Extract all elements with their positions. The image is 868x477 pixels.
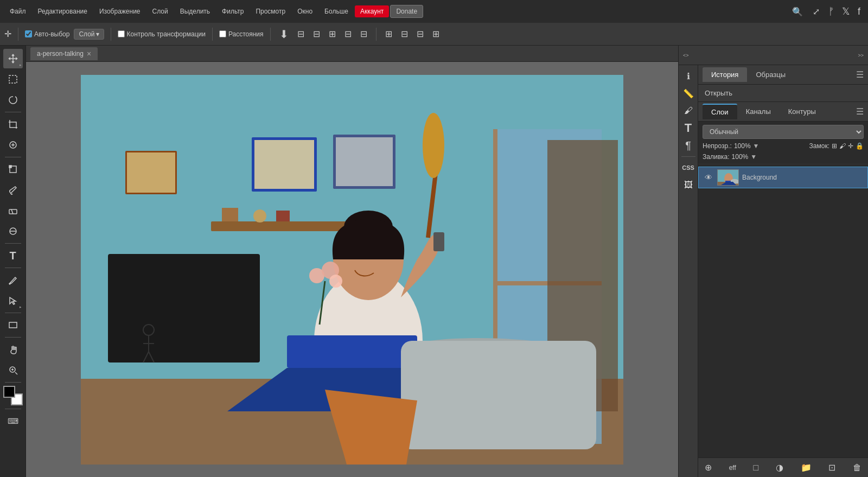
layer-fx-btn[interactable]: eff — [727, 463, 738, 473]
crop-tool[interactable] — [3, 115, 23, 134]
fill-value[interactable]: 100% — [732, 153, 749, 161]
menu-donate[interactable]: Donate — [390, 5, 423, 18]
selection-tool[interactable] — [3, 69, 23, 89]
align-icon-5[interactable]: ⊟ — [342, 28, 354, 40]
blend-mode-select[interactable]: Обычный — [703, 125, 864, 139]
distance-checkbox[interactable] — [219, 30, 226, 37]
main-area: ▸ — [0, 46, 868, 477]
gradient-tool[interactable] — [3, 221, 23, 241]
transform-tool[interactable] — [3, 160, 23, 179]
rectangle-tool[interactable] — [3, 315, 23, 335]
panel-options-btn[interactable]: ☰ — [856, 69, 864, 80]
menu-window[interactable]: Окно — [292, 5, 318, 17]
paragraph-icon[interactable]: ¶ — [681, 138, 696, 153]
menu-view[interactable]: Просмотр — [250, 5, 291, 17]
info-icon[interactable]: ℹ — [681, 68, 696, 84]
distribute-icon-2[interactable]: ⊟ — [399, 28, 410, 40]
fullscreen-icon[interactable]: ⤢ — [808, 4, 824, 19]
css-icon[interactable]: CSS — [681, 160, 696, 175]
ruler-icon[interactable]: 📏 — [681, 86, 696, 101]
align-icon-3[interactable]: ⊟ — [311, 28, 322, 40]
distance-label[interactable]: Расстояния — [219, 30, 264, 38]
menu-filter[interactable]: Фильтр — [216, 5, 249, 17]
new-layer-btn[interactable]: ⊡ — [826, 461, 838, 474]
tool-sep-5 — [5, 313, 21, 313]
tab-bar: a-person-talking × — [26, 46, 678, 62]
layers-tab[interactable]: Слои — [703, 104, 737, 119]
image-icon[interactable]: 🖼 — [681, 177, 696, 193]
hand-tool[interactable] — [3, 340, 23, 359]
brush-settings-icon[interactable]: 🖌 — [681, 103, 696, 118]
text-tool[interactable]: T — [3, 246, 23, 265]
link-layers-btn[interactable]: ⊕ — [703, 461, 714, 474]
canvas-content[interactable] — [26, 62, 678, 477]
menu-layer[interactable]: Слой — [147, 5, 174, 17]
layers-bottom: ⊕ eff □ ◑ 📁 ⊡ 🗑 — [698, 457, 868, 477]
auto-select-checkbox-label[interactable]: Авто-выбор — [25, 30, 69, 38]
tool-sep-8 — [5, 409, 21, 409]
distribute-icon-4[interactable]: ⊞ — [430, 28, 442, 40]
brush-tool[interactable] — [3, 180, 23, 200]
foreground-color-swatch[interactable] — [3, 386, 15, 398]
distribute-icon-3[interactable]: ⊟ — [414, 28, 426, 40]
direct-selection-tool[interactable]: ▸ — [3, 291, 23, 310]
transform-control-label[interactable]: Контроль трансформации — [118, 30, 206, 38]
keyboard-icon[interactable]: ⌨ — [3, 411, 23, 431]
collapse-right-btn[interactable]: >> — [858, 53, 864, 58]
menu-edit[interactable]: Редактирование — [33, 5, 93, 17]
toolbar-sep-1 — [18, 28, 18, 41]
layer-background[interactable]: 👁 — [698, 167, 868, 188]
align-icon-6[interactable]: ⊟ — [358, 28, 369, 40]
tab-close-btn[interactable]: × — [87, 49, 91, 58]
canvas-area: a-person-talking × — [26, 46, 678, 477]
layer-select-btn[interactable]: Слой ▾ — [74, 29, 104, 40]
reddit-icon[interactable]: ᚠ — [825, 4, 838, 20]
tool-sep-7 — [5, 382, 21, 383]
layers-tabs: Слои Каналы Контуры ☰ — [698, 102, 868, 122]
facebook-icon[interactable]: f — [854, 4, 864, 20]
healing-brush-tool[interactable] — [3, 135, 23, 155]
mask-btn[interactable]: □ — [751, 462, 761, 474]
lock-position-icon[interactable]: ✛ — [848, 142, 853, 150]
layer-visibility-icon[interactable]: 👁 — [703, 173, 714, 182]
adjustment-btn[interactable]: ◑ — [774, 461, 786, 474]
document-tab[interactable]: a-person-talking × — [30, 47, 98, 60]
text-settings-icon[interactable]: T — [681, 120, 696, 136]
menu-image[interactable]: Изображение — [94, 5, 146, 17]
zoom-tool[interactable] — [3, 360, 23, 380]
transform-control-checkbox[interactable] — [118, 30, 125, 37]
twitter-icon[interactable]: 𝕏 — [839, 3, 853, 20]
channels-tab[interactable]: Каналы — [737, 104, 780, 119]
eraser-tool[interactable] — [3, 201, 23, 220]
move-tool-indicator: ✛ — [4, 29, 11, 39]
delete-layer-btn[interactable]: 🗑 — [851, 462, 864, 474]
svg-point-34 — [329, 275, 342, 288]
pen-tool[interactable] — [3, 270, 23, 290]
layers-options-btn[interactable]: ☰ — [856, 106, 864, 117]
lasso-tool[interactable] — [3, 90, 23, 110]
svg-rect-3 — [9, 166, 11, 168]
move-tool[interactable]: ▸ — [3, 49, 23, 68]
distribute-icon-1[interactable]: ⊞ — [383, 28, 394, 40]
blend-mode-row: Обычный — [703, 125, 864, 139]
align-icon-2[interactable]: ⊟ — [295, 28, 307, 40]
align-icon-1[interactable]: ⬇ — [277, 27, 291, 42]
history-tab[interactable]: История — [703, 67, 747, 82]
search-icon[interactable]: 🔍 — [788, 4, 807, 19]
lock-all-icon[interactable]: 🔒 — [856, 142, 864, 150]
lock-transparency-icon[interactable]: ⊞ — [832, 142, 837, 150]
menu-more[interactable]: Больше — [319, 5, 354, 17]
opacity-value[interactable]: 100% — [734, 142, 751, 150]
lock-paint-icon[interactable]: 🖌 — [839, 142, 846, 150]
history-content: Открыть — [698, 85, 868, 101]
samples-tab[interactable]: Образцы — [747, 67, 794, 82]
tool-sep-6 — [5, 337, 21, 338]
group-btn[interactable]: 📁 — [799, 461, 814, 474]
align-icon-4[interactable]: ⊞ — [327, 28, 338, 40]
menu-file[interactable]: Файл — [4, 5, 31, 17]
auto-select-checkbox[interactable] — [25, 30, 32, 37]
menu-select[interactable]: Выделить — [175, 5, 215, 17]
paths-tab[interactable]: Контуры — [780, 104, 825, 119]
menu-account[interactable]: Аккаунт — [355, 5, 389, 17]
collapse-left-btn[interactable]: <> — [683, 53, 689, 58]
